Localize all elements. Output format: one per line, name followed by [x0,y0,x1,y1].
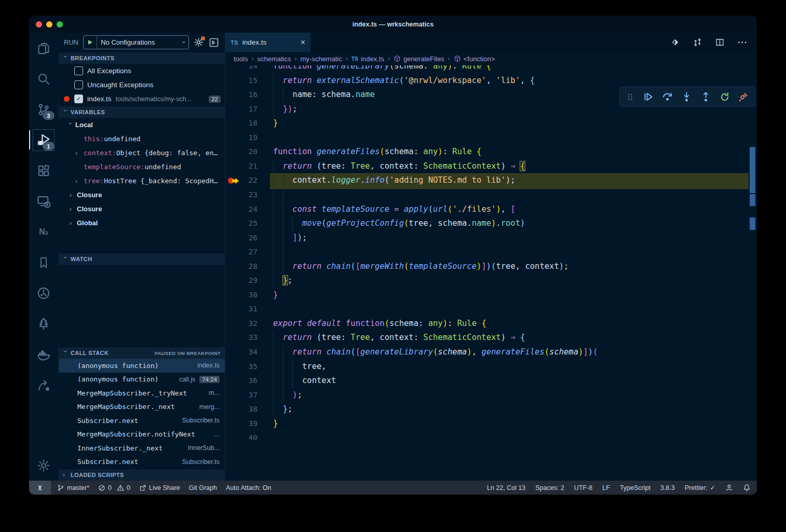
frame-function: MergeMapSubscriber._next [77,403,175,411]
breakpoint-row[interactable]: Uncaught Exceptions [59,78,225,92]
status-item-language-mode[interactable]: TypeScript [620,484,651,492]
step-into-button[interactable] [681,91,692,102]
status-item-feedback[interactable] [725,484,733,492]
debug-console-icon[interactable] [208,37,220,48]
status-item-errors[interactable]: 0 [98,484,112,492]
breadcrumb-item[interactable]: generateFiles [394,55,444,63]
breadcrumb-item[interactable]: <function> [454,55,495,63]
activity-item-manage[interactable] [29,450,58,481]
activity-item-explorer[interactable] [29,33,58,63]
variables-scope-closure[interactable]: ›Closure [59,188,225,202]
code-editor[interactable]: 14function generateLibrary(schema: any):… [225,65,757,481]
call-stack-header[interactable]: › CALL STACK PAUSED ON BREAKPOINT [59,347,225,359]
loaded-scripts-header[interactable]: › LOADED SCRIPTS [59,469,225,481]
code-token: return [283,161,312,171]
continue-button[interactable] [643,91,654,102]
restart-button[interactable] [720,92,730,102]
tab-index-ts[interactable]: TS index.ts × [225,33,310,52]
status-item-prettier[interactable]: Prettier:✓ [685,484,715,492]
more-actions-button[interactable]: ··· [738,38,748,47]
timeline-icon [33,283,54,304]
status-item-live-share[interactable]: Live Share [139,484,180,492]
compare-changes-button[interactable] [693,38,702,47]
code-token [312,333,317,342]
split-editor-button[interactable] [715,38,724,47]
variable-row[interactable]: ›tree: HostTree {_backend: ScopedH… [59,174,225,188]
code-token: ; [302,233,307,242]
activity-item-gitlens[interactable] [29,370,58,400]
status-item-branch[interactable]: master* [57,484,89,492]
variables-scope-local[interactable]: ›Local [59,118,225,132]
activity-item-timeline[interactable] [29,278,58,308]
status-item-auto-attach[interactable]: Auto Attach: On [226,484,272,492]
status-item-cursor-position[interactable]: Ln 22, Col 13 [487,484,525,492]
activity-item-run-and-debug[interactable]: 1 [29,125,58,155]
close-window-button[interactable] [36,21,42,28]
status-item-encoding[interactable]: UTF-8 [574,484,592,492]
call-stack-frame[interactable]: MergeMapSubscriber.notifyNext... [59,428,225,442]
code-text: const templateSource = apply(url('./file… [273,202,516,217]
breadcrumb-item[interactable]: TSindex.ts [351,55,384,63]
disconnect-button[interactable] [738,92,749,102]
call-stack-frame[interactable]: InnerSubscriber._nextInnerSub... [59,441,225,455]
configure-gear-icon[interactable] [194,37,204,47]
breadcrumb-item[interactable]: my-schematic [301,55,342,63]
remote-indicator[interactable] [29,481,51,495]
launch-config-dropdown[interactable]: No Configurations › [83,35,189,49]
step-over-button[interactable] [662,91,673,102]
watch-header[interactable]: › WATCH [59,253,225,265]
call-stack-frame[interactable]: Subscriber.nextSubscriber.ts [59,455,225,469]
status-item-notifications[interactable] [743,484,751,492]
call-stack-frame[interactable]: (anonymous function)call.js74:24 [59,373,225,387]
code-token: ) [578,347,583,357]
activity-item-nx-console[interactable]: N≥ [29,216,58,247]
activity-item-bookmarks[interactable] [29,247,58,278]
code-token: ( [593,347,598,357]
variable-row[interactable]: ›context: Object {debug: false, en… [59,146,225,160]
breadcrumb-item[interactable]: schematics [257,55,291,63]
call-stack-frame[interactable]: MergeMapSubscriber._nextmerg... [59,400,225,414]
drag-handle-button[interactable] [626,93,634,101]
status-item-ts-version[interactable]: 3.8.3 [660,484,675,492]
gitlens-compare-button[interactable] [671,38,680,47]
status-item-git-graph[interactable]: Git Graph [189,484,217,492]
status-item-indentation[interactable]: Spaces: 2 [535,484,564,492]
variables-scope-global[interactable]: ›Global [59,216,225,230]
code-token: apply [404,204,428,214]
call-stack-frame[interactable]: (anonymous function)index.ts [59,359,225,373]
zoom-window-button[interactable] [57,21,63,28]
variable-row[interactable]: this: undefined [59,132,225,146]
start-debug-icon[interactable] [87,39,93,45]
activity-item-source-control[interactable]: 3 [29,94,58,125]
call-stack-frame[interactable]: MergeMapSubscriber._tryNextm... [59,386,225,400]
breadcrumb-item[interactable]: tools [234,55,248,63]
code-token: templateSource [321,204,389,214]
variable-row[interactable]: templateSource: undefined [59,160,225,174]
symbol-cube-icon [394,55,401,62]
activity-item-extensions[interactable] [29,155,58,186]
activity-item-docker[interactable] [29,339,58,370]
minimize-window-button[interactable] [46,21,52,28]
status-item-eol[interactable]: LF [602,484,610,492]
activity-item-remote-explorer[interactable] [29,186,58,216]
breakpoints-header[interactable]: › BREAKPOINTS [59,52,225,64]
step-out-button[interactable] [700,91,711,102]
breakpoint-checkbox[interactable] [74,66,83,75]
variables-list: ›Localthis: undefined›context: Object {d… [59,118,225,253]
variables-scope-closure[interactable]: ›Closure [59,202,225,216]
activity-item-testing[interactable] [29,308,58,339]
breakpoint-checkbox[interactable] [74,80,83,89]
breakpoint-row[interactable]: ✓index.tstools/schematics/my-sch...22 [59,92,225,106]
breakpoint-checkbox[interactable]: ✓ [74,94,83,103]
breakpoint-row[interactable]: All Exceptions [59,64,225,78]
code-token: ( [350,262,355,271]
close-tab-icon[interactable]: × [301,38,305,47]
activity-item-search[interactable] [29,63,58,94]
status-item-warnings[interactable]: 0 [117,484,130,492]
code-line: 24 const templateSource = apply(url('./f… [225,202,757,217]
call-stack-frame[interactable]: Subscriber.nextSubscriber.ts [59,414,225,428]
chevron-collapsed-icon: › [75,149,84,157]
variables-header[interactable]: › VARIABLES [59,106,225,118]
code-token: ( [380,147,384,156]
variable-name: tree: [84,177,104,185]
